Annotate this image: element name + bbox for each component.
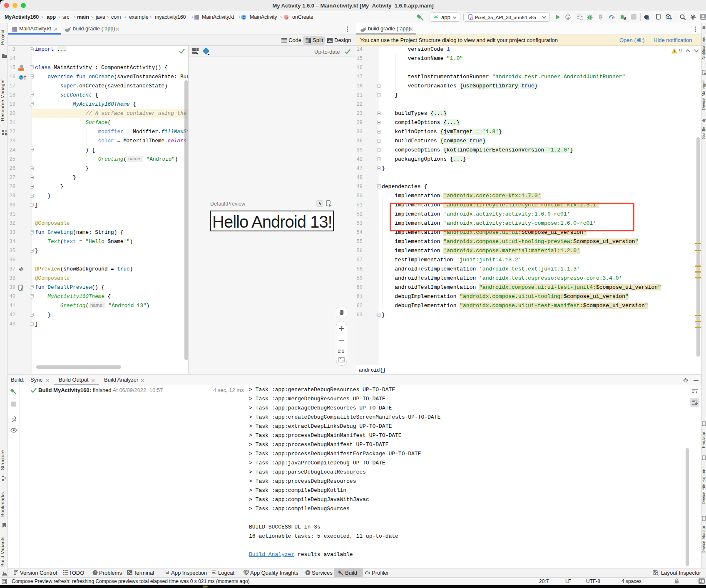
svg-text:A: A xyxy=(567,16,569,20)
svg-text:C: C xyxy=(242,15,245,20)
svg-text:m: m xyxy=(285,15,288,20)
svg-text:<>: <> xyxy=(19,68,23,71)
